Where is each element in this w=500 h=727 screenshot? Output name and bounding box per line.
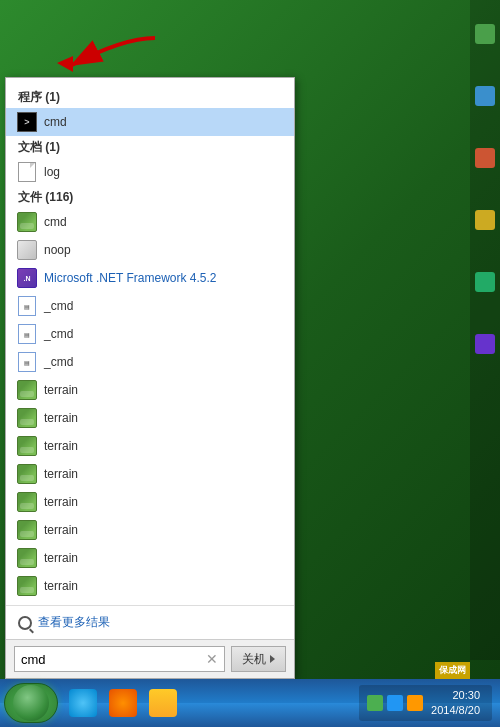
- list-item[interactable]: terrain: [6, 516, 294, 544]
- list-item[interactable]: cmd: [6, 208, 294, 236]
- list-item[interactable]: terrain: [6, 460, 294, 488]
- system-clock[interactable]: 20:30 2014/8/20: [427, 688, 484, 719]
- list-item[interactable]: log: [6, 158, 294, 186]
- start-orb-icon: [13, 685, 49, 721]
- system-tray: 20:30 2014/8/20: [359, 685, 492, 721]
- list-item[interactable]: ▤ _cmd: [6, 292, 294, 320]
- tray-icon-3[interactable]: [407, 695, 423, 711]
- list-item[interactable]: ▤ _cmd: [6, 348, 294, 376]
- terrain-file-icon-6: [16, 519, 38, 541]
- cmd2-file-label-2: _cmd: [44, 327, 73, 341]
- terrain-file-icon-2: [16, 407, 38, 429]
- folder-taskbar-icon[interactable]: [144, 684, 182, 722]
- cmd2-file-icon-1: ▤: [16, 295, 38, 317]
- tray-icon-1[interactable]: [367, 695, 383, 711]
- list-item[interactable]: terrain: [6, 432, 294, 460]
- list-item[interactable]: terrain: [6, 376, 294, 404]
- terrain-file-icon-4: [16, 463, 38, 485]
- watermark-badge: 保成网: [435, 662, 470, 679]
- right-icon-4[interactable]: [471, 191, 499, 251]
- list-item[interactable]: ▤ _cmd: [6, 320, 294, 348]
- shutdown-button[interactable]: 关机: [231, 646, 286, 672]
- list-item[interactable]: terrain: [6, 404, 294, 432]
- search-bar: ✕ 关机: [6, 639, 294, 678]
- desktop: 程序 (1) cmd 文档 (1) log 文件 (116): [0, 0, 500, 727]
- documents-section-header: 文档 (1): [6, 136, 294, 158]
- ie-taskbar-icon[interactable]: [64, 684, 102, 722]
- cmd2-file-label-3: _cmd: [44, 355, 73, 369]
- terrain-file-label-1: terrain: [44, 383, 78, 397]
- programs-section-header: 程序 (1): [6, 86, 294, 108]
- taskbar-pinned-icons: [60, 684, 357, 722]
- list-item[interactable]: cmd: [6, 108, 294, 136]
- cmd-file-label: cmd: [44, 215, 67, 229]
- list-item[interactable]: terrain: [6, 572, 294, 600]
- right-icon-5[interactable]: [471, 253, 499, 313]
- shutdown-label: 关机: [242, 651, 266, 668]
- cmd-program-label: cmd: [44, 115, 67, 129]
- taskbar-right: 20:30 2014/8/20: [359, 685, 496, 721]
- tray-icon-2[interactable]: [387, 695, 403, 711]
- watermark-text: 保成网: [439, 665, 466, 675]
- terrain-file-label-7: terrain: [44, 551, 78, 565]
- see-more-results[interactable]: 查看更多结果: [6, 605, 294, 639]
- right-edge-strip: [470, 0, 500, 660]
- noop-file-label: noop: [44, 243, 71, 257]
- list-item[interactable]: terrain: [6, 544, 294, 572]
- right-icon-3[interactable]: [471, 129, 499, 189]
- search-input-wrapper[interactable]: ✕: [14, 646, 225, 672]
- clock-date: 2014/8/20: [431, 703, 480, 718]
- terrain-file-label-4: terrain: [44, 467, 78, 481]
- noop-file-icon: [16, 239, 38, 261]
- dotnet-file-label: Microsoft .NET Framework 4.5.2: [44, 271, 217, 285]
- search-clear-button[interactable]: ✕: [206, 651, 218, 667]
- terrain-file-label-2: terrain: [44, 411, 78, 425]
- see-more-label: 查看更多结果: [38, 614, 110, 631]
- terrain-file-icon-5: [16, 491, 38, 513]
- taskbar: 20:30 2014/8/20: [0, 679, 500, 727]
- search-input[interactable]: [21, 652, 202, 667]
- right-icon-6[interactable]: [471, 315, 499, 375]
- terrain-file-label-3: terrain: [44, 439, 78, 453]
- log-doc-label: log: [44, 165, 60, 179]
- svg-marker-1: [57, 56, 73, 72]
- cmd2-file-icon-3: ▤: [16, 351, 38, 373]
- firefox-taskbar-icon[interactable]: [104, 684, 142, 722]
- right-icon-1[interactable]: [471, 5, 499, 65]
- list-item[interactable]: noop: [6, 236, 294, 264]
- clock-time: 20:30: [431, 688, 480, 703]
- shutdown-arrow-icon: [270, 655, 275, 663]
- cmd2-file-label-1: _cmd: [44, 299, 73, 313]
- list-item[interactable]: terrain: [6, 488, 294, 516]
- terrain-file-label-8: terrain: [44, 579, 78, 593]
- cmd-file-icon: [16, 211, 38, 233]
- cmd-program-icon: [16, 111, 38, 133]
- terrain-file-label-5: terrain: [44, 495, 78, 509]
- terrain-file-icon-3: [16, 435, 38, 457]
- dotnet-file-icon: .N: [16, 267, 38, 289]
- terrain-file-label-6: terrain: [44, 523, 78, 537]
- log-doc-icon: [16, 161, 38, 183]
- terrain-file-icon-7: [16, 547, 38, 569]
- start-button[interactable]: [4, 683, 58, 723]
- magnifier-icon: [18, 616, 32, 630]
- cmd2-file-icon-2: ▤: [16, 323, 38, 345]
- terrain-file-icon-8: [16, 575, 38, 597]
- right-icon-2[interactable]: [471, 67, 499, 127]
- files-section-header: 文件 (116): [6, 186, 294, 208]
- search-results-popup: 程序 (1) cmd 文档 (1) log 文件 (116): [5, 77, 295, 679]
- terrain-file-icon-1: [16, 379, 38, 401]
- list-item[interactable]: .N Microsoft .NET Framework 4.5.2: [6, 264, 294, 292]
- results-area: 程序 (1) cmd 文档 (1) log 文件 (116): [6, 78, 294, 605]
